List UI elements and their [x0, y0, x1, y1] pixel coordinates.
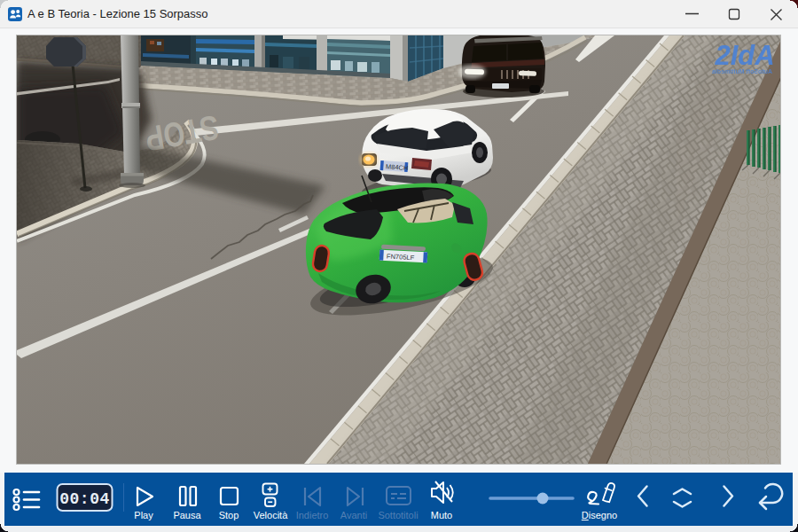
- svg-text:AutoSoft Multimedia: AutoSoft Multimedia: [712, 68, 772, 74]
- svg-text:M84CH: M84CH: [386, 162, 409, 172]
- svg-text:00:04: 00:04: [59, 490, 110, 508]
- svg-text:2IdA: 2IdA: [714, 40, 774, 71]
- svg-text:FN705LF: FN705LF: [387, 253, 415, 262]
